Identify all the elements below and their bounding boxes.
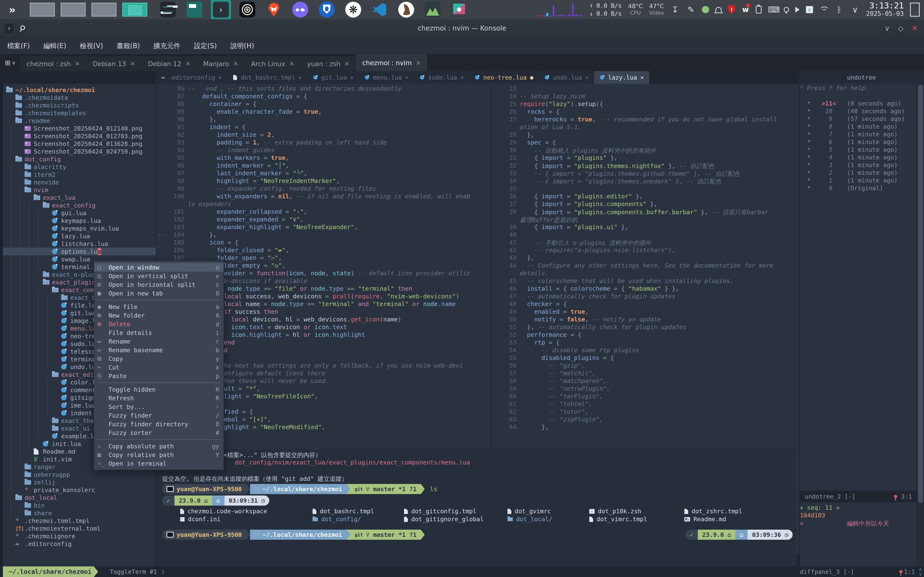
tree-item[interactable]: Screenshot_20250424_013628.png — [3, 140, 156, 148]
downloads-tray-icon[interactable]: ↧ — [670, 5, 680, 15]
tree-item[interactable]: zellij — [3, 479, 156, 486]
close-buffer-icon[interactable]: ✕ — [585, 74, 588, 81]
close-tab-icon[interactable]: ✕ — [416, 60, 421, 67]
files-launcher-icon[interactable] — [184, 0, 205, 19]
buffer-tab[interactable]: neo-tree.lua● — [469, 71, 539, 84]
menu-item-open-in-horizontal-split[interactable]: ⊟Open in horizontal splits — [94, 280, 223, 289]
menu-item-new-folder[interactable]: ⊞New folderA — [94, 311, 223, 320]
tree-item[interactable]: *.chezmoiignore — [3, 532, 156, 540]
undotree-entry[interactable]: * 9 (57 seconds ago) — [800, 115, 917, 123]
tree-item[interactable]: ✑.editorconfig — [3, 540, 156, 548]
menu-item-open-in-window[interactable]: ▢Open in windowo — [94, 263, 223, 272]
menubar-item[interactable]: 編輯(E) — [43, 41, 66, 50]
virtual-desktop-2[interactable] — [61, 3, 86, 16]
virtual-desktop-1[interactable] — [30, 3, 55, 16]
undotree-entry[interactable]: * 2 (1 minute ago) — [800, 169, 917, 177]
menubar-item[interactable]: 檔案(F) — [7, 41, 30, 50]
menu-item-open-in-vertical-split[interactable]: ◫Open in vertical splitv — [94, 272, 223, 280]
close-tab-icon[interactable]: ✕ — [130, 60, 135, 67]
titlebar[interactable]: › ⚲ chezmoi : nvim — Konsole ∨ ◇ ✕ — [0, 19, 924, 37]
buffer-tab[interactable]: menu.lua✕ — [359, 71, 414, 84]
buffer-tab[interactable]: git.lua✕ — [307, 71, 359, 84]
menu-item-copy[interactable]: ⧉Copyy — [94, 355, 223, 363]
undotree-entry[interactable]: * 4 (1 minute ago) — [800, 154, 917, 161]
close-buffer-icon[interactable]: ✕ — [405, 74, 409, 81]
wave-launcher-icon[interactable] — [290, 0, 310, 19]
close-buffer-icon[interactable]: ✕ — [350, 74, 354, 81]
bluetooth-icon[interactable]: ᛒ — [834, 5, 844, 15]
rings-launcher-icon[interactable] — [237, 0, 257, 19]
menubar-item[interactable]: 檢視(V) — [80, 41, 103, 50]
close-tab-icon[interactable]: ✕ — [75, 60, 80, 67]
brave-launcher-icon[interactable] — [264, 0, 284, 19]
keyboard-icon[interactable]: ⌨ — [768, 5, 777, 15]
undotree-entry[interactable]: * >11< (0 seconds ago) — [800, 100, 917, 108]
menu-item-copy-absolute-path[interactable]: ∴Copy absolute pathgy — [94, 442, 223, 451]
buffer-tab[interactable]: ✑.editorconfig✕ — [156, 71, 228, 84]
video-temp[interactable]: 47°CVideo — [649, 3, 664, 16]
konsole-tab[interactable]: Debian 13✕ — [86, 56, 142, 71]
tree-item[interactable]: Screenshot_20250424_024759.png — [3, 148, 156, 155]
wine-tray-icon[interactable]: w — [741, 6, 750, 13]
menu-item-rename-basename[interactable]: ▭Rename basenameb — [94, 346, 223, 355]
tree-item[interactable]: Screenshot_20250424_012140.png — [3, 124, 156, 132]
tree-item[interactable]: gui.lua — [3, 209, 156, 217]
close-buffer-icon[interactable]: ✕ — [641, 74, 644, 81]
close-buffer-icon[interactable]: ✕ — [218, 74, 222, 81]
undotree-entry[interactable]: * 5 (1 minute ago) — [800, 146, 917, 154]
network-graph-widget[interactable] — [538, 3, 583, 16]
scroll-arrows[interactable]: ∧∨ — [917, 567, 924, 577]
undotree-panel[interactable]: " Press ? for help. * >11< (0 seconds ag… — [800, 84, 917, 566]
menubar-item[interactable]: 設定(S) — [194, 41, 217, 50]
network-rates[interactable]: ↑0.0 B/s ↓0.0 B/s — [589, 2, 622, 17]
security-shield-icon[interactable]: ! — [728, 5, 735, 14]
undotree-entry[interactable]: * 10 (40 seconds ago) — [800, 108, 917, 115]
sliders-launcher-icon[interactable] — [158, 0, 178, 19]
tree-item[interactable]: bin — [3, 501, 156, 509]
clock[interactable]: 3:13:21 2025-05-03 — [866, 2, 904, 18]
tree-item[interactable]: exact_config — [3, 201, 156, 209]
menu-item-delete[interactable]: ⊠Deleted — [94, 320, 223, 329]
menu-item-toggle-hidden[interactable]: Toggle hiddenR — [94, 385, 223, 394]
konsole-tab[interactable]: chezmoi : nvim✕ — [356, 54, 427, 71]
chatgpt-launcher-icon[interactable]: ❋ — [343, 0, 363, 19]
konsole-tab[interactable]: Debian 12✕ — [142, 56, 197, 71]
notifications-bell-icon[interactable] — [716, 7, 722, 12]
volume-icon[interactable] — [795, 7, 800, 13]
color-light-icon[interactable] — [784, 7, 789, 12]
tree-item[interactable]: iterm2 — [3, 171, 156, 178]
tree-item[interactable]: listchars.lua — [3, 240, 156, 248]
squirrel-launcher-icon[interactable] — [396, 0, 416, 19]
undotree-entry[interactable]: * 1 (1 minute ago) — [800, 177, 917, 185]
tree-item[interactable]: lazy.lua — [3, 232, 156, 240]
tree-item[interactable]: exact_lua — [3, 194, 156, 201]
konsole-tab[interactable]: Manjaro✕ — [197, 56, 245, 71]
undotree-entry[interactable]: * 6 (1 minute ago) — [800, 139, 917, 146]
close-tab-icon[interactable]: ✕ — [289, 60, 294, 67]
tree-item[interactable]: *private_konsolerc — [3, 486, 156, 494]
menubar-item[interactable]: 說明(H) — [230, 41, 254, 50]
tree-item[interactable]: .chezmoiscripts — [3, 102, 156, 109]
tree-item[interactable]: ~/.local/share/chezmoi — [3, 86, 156, 94]
tree-item[interactable]: ueberzugpp — [3, 471, 156, 479]
toggleterm-terminal[interactable]: （使用 "git add <檔案>..." 以包含要提交的內容） dot_con… — [157, 449, 796, 566]
close-buffer-icon[interactable]: ✕ — [299, 74, 302, 81]
close-tab-icon[interactable]: ✕ — [233, 60, 238, 67]
wifi-icon[interactable] — [819, 6, 828, 13]
menu-item-new-file[interactable]: ◉New filea — [94, 303, 223, 311]
menu-item-paste[interactable]: ⎘Pastep — [94, 372, 223, 380]
tree-item[interactable]: nvim — [3, 186, 156, 194]
tree-item[interactable]: alacritty — [3, 163, 156, 171]
close-tab-icon[interactable]: ✕ — [185, 60, 191, 67]
menu-item-fuzzy-sorter[interactable]: Fuzzy sorter# — [94, 429, 223, 437]
menu-item-cut[interactable]: ✂Cutx — [94, 363, 223, 372]
menu-item-file-details[interactable]: File detailsi — [94, 329, 223, 337]
virtual-desktop-4[interactable] — [122, 3, 147, 16]
new-tab-button[interactable]: ⊞∨ — [0, 54, 20, 71]
tree-item[interactable]: options.lua — [3, 248, 156, 255]
tree-item[interactable]: dot_local — [3, 494, 156, 501]
app-launcher-icon[interactable]: » — [0, 0, 23, 19]
undotree-entry[interactable]: * 7 (1 minute ago) — [800, 131, 917, 139]
buffer-tab[interactable]: sudo.lua✕ — [414, 71, 469, 84]
menu-item-refresh[interactable]: RefreshR — [94, 394, 223, 403]
